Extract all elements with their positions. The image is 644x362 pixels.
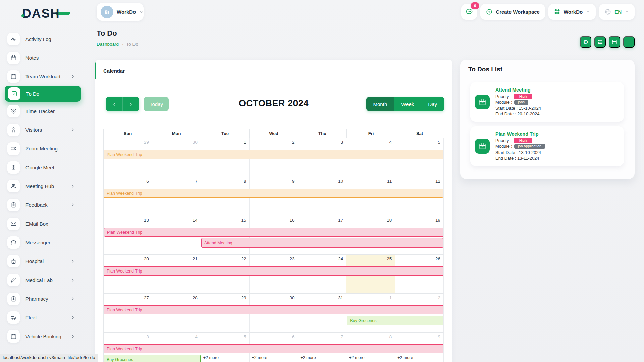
logo-text: DASH [22,7,60,20]
calendar-event-attend-meeting[interactable]: Attend Meeting [201,238,443,248]
sidebar-item-email-box[interactable]: EMail Box [0,214,84,233]
more-events-link[interactable]: +2 more [203,355,219,360]
date-number: 22 [241,256,246,261]
sidebar-item-team-workload[interactable]: Team Workload [0,67,84,86]
more-events-link[interactable]: +2 more [252,355,267,360]
users-icon [7,180,20,192]
page-actions: ⚙ [580,36,635,48]
calendar-event-plan-weekend-trip[interactable]: Plan Weekend Trip [104,150,443,159]
webcam-icon [7,161,20,174]
date-number: 25 [387,256,392,261]
calendar-event-buy-groceries[interactable]: Buy Groceries [104,355,201,362]
date-number: 30 [289,295,294,300]
day-header-sun: Sun [104,129,152,138]
clipboard-plus-icon [7,293,20,305]
sidebar-item-activity-log[interactable]: Activity Log [0,29,84,48]
mail-icon [7,218,20,230]
sidebar-item-label: Meeting Hub [25,183,54,189]
date-number: 5 [244,334,246,339]
date-number: 8 [389,334,392,339]
hospital-icon [7,255,20,267]
calendar-week-row: 13141516171819Plan Weekend TripAttend Me… [104,216,444,255]
date-number: 19 [435,218,440,223]
sidebar-item-medical-lab[interactable]: Medical Lab [0,270,84,289]
breadcrumb-separator: › [122,42,123,47]
more-events-link[interactable]: +2 more [349,355,364,360]
date-number: 1 [244,140,246,145]
sidebar-item-label: Time Tracker [25,108,55,114]
calendar-event-plan-weekend-trip[interactable]: Plan Weekend Trip [104,189,443,198]
sidebar-item-pharmacy[interactable]: Pharmacy [0,289,84,308]
module-badge: job application [514,144,545,149]
calendar-event-buy-groceries[interactable]: Buy Groceries [347,316,443,325]
sidebar-item-label: EMail Box [25,221,48,227]
create-workspace-button[interactable]: Create Workspace [480,4,545,20]
status-url-bar: localhost/workdo-dash-v3/main_file/todo/… [0,354,98,362]
priority-label: Priority : [495,138,512,144]
breadcrumb-dashboard-link[interactable]: Dashboard [97,42,119,47]
calendar-toolbar: Today OCTOBER 2024 MonthWeekDay [103,97,444,111]
date-number: 2 [292,140,295,145]
view-month-button[interactable]: Month [366,97,394,111]
date-number: 12 [435,179,440,184]
calendar-event-plan-weekend-trip[interactable]: Plan Weekend Trip [104,228,443,237]
todo-card-plan-weekend-trip[interactable]: Plan Weekend TripPriority :HighModule :j… [470,126,624,166]
messages-button[interactable]: 0 [461,4,477,20]
chat-icon [7,236,20,249]
view-week-button[interactable]: Week [394,97,421,111]
date-number: 26 [435,256,440,261]
sidebar-item-zoom-meeting[interactable]: Zoom Meeting [0,139,84,158]
calendar-event-plan-weekend-trip[interactable]: Plan Weekend Trip [104,266,443,276]
notes-icon [7,52,20,64]
sidebar-item-google-meet[interactable]: Google Meet [0,158,84,177]
sidebar-item-to-do[interactable]: To Do [5,86,81,102]
calendar-week-row: 6789101112Plan Weekend Trip [104,177,444,216]
list-view-button[interactable] [594,36,606,48]
sidebar-item-meeting-hub[interactable]: Meeting Hub [0,177,84,195]
workspace-dropdown-label: WorkDo [564,9,583,15]
settings-button[interactable]: ⚙ [580,36,591,48]
more-events-link[interactable]: +2 more [397,355,413,360]
language-label: EN [614,9,622,15]
chevron-right-icon [71,184,75,188]
add-todo-button[interactable] [623,36,635,48]
sidebar-item-messenger[interactable]: Messenger [0,233,84,252]
calendar-event-plan-weekend-trip[interactable]: Plan Weekend Trip [104,305,443,314]
chevron-down-icon [625,9,629,14]
date-number: 31 [338,295,343,300]
day-header-tue: Tue [201,129,250,138]
calendar-week-row: 3456789Plan Weekend TripBuy Groceries+2 … [104,333,444,362]
date-number: 13 [144,218,149,223]
todos-panel-title: To Dos List [468,66,502,73]
date-number: 27 [144,295,149,300]
sidebar-item-label: To Do [26,91,39,97]
date-number: 14 [193,218,198,223]
page-title: To Do [97,29,117,38]
calendar-event-plan-weekend-trip[interactable]: Plan Weekend Trip [104,344,443,353]
view-day-button[interactable]: Day [421,97,444,111]
sidebar-item-time-tracker[interactable]: Time Tracker [0,102,84,120]
todo-card-body: Plan Weekend TripPriority :HighModule :j… [495,131,545,161]
sidebar-item-hospital[interactable]: Hospital [0,252,84,270]
sidebar-item-feedback[interactable]: Feedback [0,195,84,214]
sidebar-item-notes[interactable]: Notes [0,48,84,67]
sidebar-item-label: Messenger [25,240,50,245]
clipboard-icon [7,199,20,211]
calendar-week-row: 293012345Plan Weekend Trip [104,138,444,177]
chevron-right-icon [71,334,75,339]
todo-card-attend-meeting[interactable]: Attend MeetingPriority :HighModule :jobs… [470,82,624,122]
grid-view-button[interactable] [609,36,620,48]
date-number: 18 [387,218,392,223]
date-number: 29 [144,140,149,145]
sidebar-item-fleet[interactable]: Fleet [0,308,84,327]
sidebar-item-label: Activity Log [25,36,51,42]
workspace-dropdown[interactable]: WorkDo [548,4,596,20]
chevron-right-icon [71,74,75,79]
calendar-card-header: Calendar [95,60,452,82]
date-number: 7 [195,179,198,184]
sidebar-item-visitors[interactable]: Visitors [0,120,84,139]
workspace-switcher[interactable]: WorkDo [97,3,144,21]
sidebar-item-vehicle-booking[interactable]: Vehicle Booking [0,327,84,346]
more-events-link[interactable]: +2 more [300,355,316,360]
language-dropdown[interactable]: EN [599,4,635,20]
